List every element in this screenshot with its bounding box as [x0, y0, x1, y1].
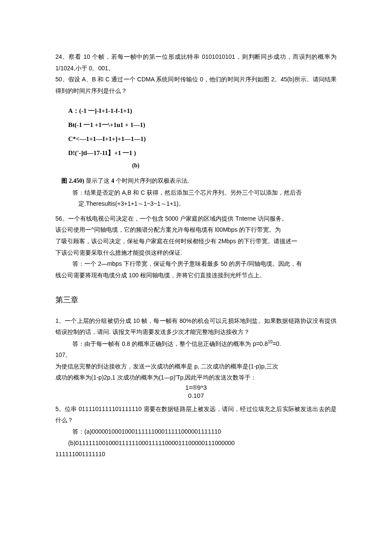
q56-line1: 56。一个有线电视公司决定在，一个包含 5000 户家庭的区域内提供 Tnter… — [55, 213, 337, 224]
q1-a-exp: 10 — [268, 339, 273, 344]
q1-answer-line1: 答：由于每一帧有 0.8 的概率正确到达，整个信息正确到达的概率为 p=0.81… — [55, 338, 337, 349]
q50-fig-caption: 图 2.450) 显示了这 4 个时间片序列的双极表示法. — [55, 175, 337, 187]
q50-line-d: D!('-]tl—17-11】+1 一1 ) — [68, 146, 337, 160]
q24-text: 24。察看 10 个帧，若每一帧中的第一位形成比特串 0101010101，则判… — [55, 51, 337, 74]
q50-text: 50。假设 A、B 和 C 通过一个 CDMA 系统同时传输位 0，他们的时间片… — [55, 74, 337, 96]
fig-text: 显示了这 — [86, 177, 111, 184]
spacer — [55, 172, 337, 175]
q1-equation: 1=®9*3 0.107 — [55, 383, 337, 400]
q56-answer-line1: 答：一个 2—mbps 下行带宽，保证每个房子意味着最多 50 的房子/同轴电缆… — [55, 258, 337, 270]
q50-line-c: C*<—1+1—I+1+]+1—1—1) — [68, 132, 337, 146]
fig-rest: 个时间片序列的双极表示法. — [116, 177, 189, 184]
q50-formula-block: A：(-1 一]-I+1-1-f-1+1) Bt(-1 一1 +1一\+1u1 … — [55, 104, 337, 160]
spacer — [55, 96, 337, 104]
q1-eq-line1: 1=®9*3 — [55, 383, 337, 392]
q50-answer-line1: 答：结果是否定的 A,B 和 C 获得，然后添加三个芯片序列。另外三个可以添加，… — [55, 187, 337, 198]
q5-text: 5。位串 0111101111101111110 需要在数据链路层上被发远，请问… — [55, 403, 337, 426]
q50-line-a: A：(-1 一]-I+1-1-f-1+1) — [68, 104, 337, 118]
q50-caption-b: (b) — [55, 160, 337, 172]
q56-line2: 该公司使用一^同轴电缆，它的频谱分配方案允许每根电缆有 l00Mbps 的下行带… — [55, 224, 337, 236]
spacer — [55, 210, 337, 213]
q5-answer-line3: 111111001111110 — [55, 449, 337, 460]
q1-a-prefix: 答：由于每一帧有 0.8 的概率正确到达，整个信息正确到达的概率为 p=0.8 — [72, 340, 268, 347]
q1-answer-line3: 为使信息完整的到达接收方，发送一次成功的概率是 p, 二次成功的概率是(1-p)… — [55, 361, 337, 372]
spacer — [55, 281, 337, 293]
q5-answer-line1: 答：(a)00000100010001111110001111100000111… — [55, 426, 337, 437]
fig-count: 4 — [111, 178, 116, 184]
q1-a-suffix: =0. — [273, 340, 281, 347]
chapter3-heading: 第三章 — [55, 293, 337, 307]
q56-line3: 了吸引顾客，该公司决定，保祉每户家庭在任何时候都怪少有 2Mbps 的下行带宽。… — [55, 236, 337, 247]
q1-answer-line2: 107。 — [55, 349, 337, 361]
fig-num: 2.450) — [69, 178, 86, 184]
document-page: 24。察看 10 个帧，若每一帧中的第一位形成比特串 0101010101，则判… — [0, 0, 392, 555]
spacer — [55, 400, 337, 403]
q50-line-b: Bt(-1 一1 +1一\+1u1 + 1—1) — [68, 118, 337, 132]
q1-text: 1。一个上层的分组被切分成 10 帧，每一帧有 80%的机会可以元损坏地到盐。如… — [55, 315, 337, 338]
fig-label: 图 — [61, 178, 69, 184]
spacer — [55, 308, 337, 315]
q1-answer-line4: 成功的概率为(1-p)2p,1 次成功的概率为(1—p)'Tp,因此平均的发送次… — [55, 372, 337, 383]
q50-answer-line2: 定.Theresultis(+3+1+1～1~3~1～1+1)。 — [55, 198, 337, 210]
q1-eq-line2: 0.107 — [55, 391, 337, 400]
q5-answer-line2: (b)0111111001000111111000111110000111000… — [55, 437, 337, 449]
q56-answer-line2: 线公司需要将现有电缆分成 100 根同轴电缆，并将它们直接连接到光纤节点上。 — [55, 270, 337, 281]
q56-line4: 下该公司需要采取什么措施才能提供这样的保证. — [55, 247, 337, 259]
